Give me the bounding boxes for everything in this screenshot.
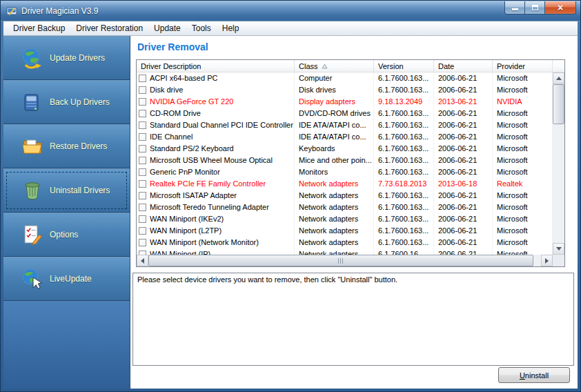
row-checkbox[interactable]	[139, 133, 146, 141]
row-checkbox[interactable]	[139, 180, 146, 188]
sidebar-item-label: Uninstall Drivers	[50, 186, 110, 195]
table-row[interactable]: WAN Miniport (Network Monitor)Network ad…	[137, 237, 553, 248]
arrow-left-icon	[141, 258, 144, 264]
table-row[interactable]: WAN Miniport (L2TP)Network adapters6.1.7…	[137, 225, 553, 237]
row-checkbox[interactable]	[139, 86, 146, 94]
scroll-right-button[interactable]	[541, 255, 553, 266]
table-row[interactable]: CD-ROM DriveDVD/CD-ROM drives6.1.7600.16…	[137, 108, 553, 119]
table-row[interactable]: Microsoft USB Wheel Mouse OpticalMice an…	[137, 155, 553, 166]
table-row[interactable]: NVIDIA GeForce GT 220Display adapters9.1…	[137, 96, 553, 108]
menu-tools[interactable]: Tools	[186, 22, 217, 35]
menubar: Driver Backup Driver Restoration Update …	[3, 21, 578, 36]
maximize-button[interactable]	[525, 1, 544, 14]
row-checkbox[interactable]	[139, 215, 146, 223]
scrollbar-grip-icon	[338, 258, 344, 264]
driver-description-text: Generic PnP Monitor	[150, 166, 220, 178]
arrow-up-icon	[556, 77, 562, 80]
cell-driver-description: NVIDIA GeForce GT 220	[137, 96, 295, 108]
driver-table: Driver Description Class Version Date	[136, 59, 565, 267]
sidebar-item-update-drivers[interactable]: Update Drivers	[3, 36, 130, 80]
cell-provider: Microsoft	[493, 119, 553, 131]
table-row[interactable]: Microsoft Teredo Tunneling AdapterNetwor…	[137, 202, 553, 213]
cell-driver-description: WAN Miniport (IKEv2)	[137, 213, 295, 225]
titlebar[interactable]: Driver Magician V3.9 ×	[1, 1, 580, 21]
sort-ascending-icon	[322, 62, 328, 70]
table-row[interactable]: Microsoft ISATAP AdapterNetwork adapters…	[137, 190, 553, 202]
cell-date: 2013-06-18	[434, 178, 493, 190]
table-row[interactable]: WAN Miniport (IKEv2)Network adapters6.1.…	[137, 213, 553, 225]
column-header-driver-description[interactable]: Driver Description	[137, 60, 295, 72]
main-panel: Driver Removal Driver Description Class …	[130, 36, 578, 389]
table-row[interactable]: Generic PnP MonitorMonitors6.1.7600.163.…	[137, 166, 553, 178]
horizontal-scrollbar-thumb[interactable]	[148, 255, 533, 266]
table-row[interactable]: ACPI x64-based PCComputer6.1.7600.163...…	[137, 72, 553, 84]
column-header-label: Driver Description	[141, 62, 201, 70]
sidebar-item-liveupdate[interactable]: LiveUpdate	[3, 257, 130, 301]
table-row[interactable]: Disk driveDisk drives6.1.7600.163...2006…	[137, 84, 553, 96]
sidebar-item-label: Back Up Drivers	[50, 97, 110, 107]
cell-version: 6.1.7600.163...	[374, 143, 434, 155]
row-checkbox[interactable]	[139, 204, 146, 211]
row-checkbox[interactable]	[139, 75, 146, 82]
vertical-scrollbar[interactable]	[553, 72, 564, 255]
scroll-down-button[interactable]	[553, 243, 564, 255]
cell-date: 2006-06-21	[434, 237, 493, 248]
sidebar-item-uninstall-drivers[interactable]: Uninstall Drivers	[3, 168, 130, 213]
cell-class: Network adapters	[295, 190, 374, 202]
column-header-provider[interactable]: Provider	[493, 60, 553, 72]
row-checkbox[interactable]	[139, 192, 146, 199]
cell-version: 6.1.7600.163...	[374, 237, 434, 248]
close-button[interactable]: ×	[544, 1, 576, 14]
sidebar: Update Drivers Back Up Drivers	[3, 36, 130, 389]
minimize-icon	[512, 8, 518, 10]
menu-help[interactable]: Help	[217, 22, 245, 35]
cell-provider: Microsoft	[493, 84, 553, 96]
driver-description-text: Microsoft Teredo Tunneling Adapter	[150, 202, 269, 213]
scroll-left-button[interactable]	[137, 255, 148, 266]
row-checkbox[interactable]	[139, 157, 146, 164]
cell-class: Display adapters	[295, 96, 374, 108]
row-checkbox[interactable]	[139, 168, 146, 176]
row-checkbox[interactable]	[139, 227, 146, 235]
sidebar-item-restore-drivers[interactable]: Restore Drivers	[3, 124, 130, 168]
row-checkbox[interactable]	[139, 239, 146, 246]
row-checkbox[interactable]	[139, 121, 146, 129]
driver-description-text: ACPI x64-based PC	[150, 72, 217, 84]
table-row[interactable]: Realtek PCIe FE Family ControllerNetwork…	[137, 178, 553, 190]
sidebar-item-label: LiveUpdate	[50, 274, 92, 284]
maximize-icon	[532, 5, 538, 10]
table-row[interactable]: Standard PS/2 KeyboardKeyboards6.1.7600.…	[137, 143, 553, 155]
table-row[interactable]: WAN Miniport (IP)Network adapters6.1.760…	[137, 248, 553, 255]
cell-date: 2006-06-21	[434, 131, 493, 143]
cell-provider: Microsoft	[493, 131, 553, 143]
uninstall-button-label: Uninstall	[499, 371, 569, 380]
cell-provider: Microsoft	[493, 166, 553, 178]
sidebar-item-backup-drivers[interactable]: Back Up Drivers	[3, 80, 130, 124]
column-header-date[interactable]: Date	[434, 60, 493, 72]
column-header-version[interactable]: Version	[374, 60, 434, 72]
cell-version: 6.1.7600.163...	[374, 108, 434, 119]
cell-driver-description: WAN Miniport (IP)	[137, 248, 295, 255]
row-checkbox[interactable]	[139, 145, 146, 153]
row-checkbox[interactable]	[139, 110, 146, 117]
table-row[interactable]: Standard Dual Channel PCI IDE Controller…	[137, 119, 553, 131]
menu-update[interactable]: Update	[148, 22, 186, 35]
menu-driver-backup[interactable]: Driver Backup	[8, 22, 70, 35]
column-header-filler	[553, 60, 564, 72]
table-row[interactable]: IDE ChannelIDE ATA/ATAPI co...6.1.7600.1…	[137, 131, 553, 143]
uninstall-button[interactable]: Uninstall	[498, 367, 570, 383]
row-checkbox[interactable]	[139, 98, 146, 106]
vertical-scrollbar-thumb[interactable]	[553, 84, 564, 124]
cell-provider: Realtek	[493, 178, 553, 190]
arrow-right-icon	[545, 258, 549, 264]
sidebar-item-options[interactable]: Options	[3, 213, 130, 257]
driver-description-text: CD-ROM Drive	[150, 108, 201, 119]
cell-provider: Microsoft	[493, 202, 553, 213]
minimize-button[interactable]	[504, 1, 525, 14]
column-header-class[interactable]: Class	[295, 60, 374, 72]
scroll-up-button[interactable]	[553, 72, 564, 84]
table-header: Driver Description Class Version Date	[137, 60, 564, 72]
menu-driver-restoration[interactable]: Driver Restoration	[70, 22, 148, 35]
cell-version: 6.1.7600.163...	[374, 202, 434, 213]
horizontal-scrollbar[interactable]	[137, 255, 553, 266]
